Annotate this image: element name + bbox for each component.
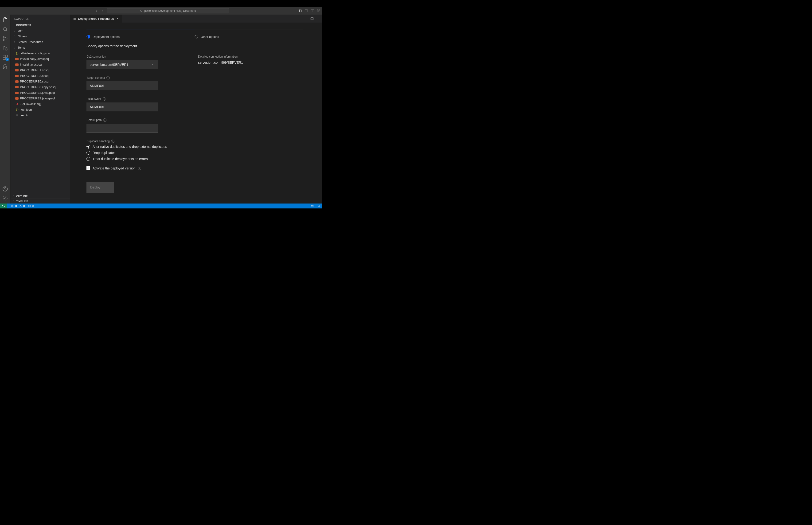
default-path-label: Default pathi [87, 118, 158, 122]
timeline-section[interactable]: TIMELINE [11, 198, 70, 204]
file-item[interactable]: Invalid.javaspsql [11, 62, 70, 68]
file-item[interactable]: PROCEDURE8.javaspsql [11, 90, 70, 96]
svg-rect-10 [3, 19, 6, 22]
svg-point-15 [5, 48, 7, 50]
close-icon[interactable] [116, 17, 119, 20]
radio-alter-native[interactable]: Alter native duplicates and drop externa… [87, 145, 306, 149]
svg-point-11 [3, 27, 6, 31]
file-item[interactable]: PROCEDURE6.spsql [11, 79, 70, 84]
db2-activity-icon[interactable] [2, 63, 9, 70]
nav-forward-icon[interactable] [100, 9, 104, 13]
toggle-primary-sidebar-icon[interactable] [298, 9, 302, 13]
sql-file-icon [15, 92, 18, 94]
info-icon[interactable]: i [103, 118, 106, 122]
step-other-options[interactable]: Other options [195, 32, 303, 39]
connection-detail-value: server.ibm.com:999/SERVER1 [198, 61, 303, 64]
deploy-button[interactable]: Deploy [87, 182, 114, 193]
search-activity-icon[interactable] [2, 26, 9, 32]
file-item[interactable]: { }test.json [11, 107, 70, 112]
connection-detail-label: Detailed connection information [198, 55, 303, 58]
list-icon [73, 17, 76, 20]
file-item[interactable]: PROCEDURE3.spsql [11, 73, 70, 79]
explorer-icon[interactable] [2, 16, 9, 23]
chevron-right-icon [13, 35, 16, 38]
duplicate-handling-label: Duplicate handlingi [87, 139, 306, 143]
split-editor-icon[interactable] [310, 17, 314, 20]
sql-file-icon [15, 63, 18, 66]
step-deployment-options[interactable]: Deployment options [87, 32, 195, 39]
radio-treat-errors[interactable]: Treat duplicate deployments as errors [87, 157, 306, 161]
tab-deploy[interactable]: Deploy Stored Procedures [70, 15, 122, 22]
nav-back-icon[interactable] [95, 9, 98, 13]
json-file-icon: { } [15, 108, 19, 111]
toggle-panel-icon[interactable] [305, 9, 308, 13]
form-subtitle: Specify options for the deployment [87, 44, 306, 48]
duplicate-handling-group: Alter native duplicates and drop externa… [87, 145, 306, 161]
folder-item[interactable]: Others [11, 34, 70, 39]
svg-point-12 [3, 37, 4, 38]
step-line-active [87, 30, 195, 30]
checkbox-checked-icon[interactable]: ✓ [87, 166, 90, 170]
source-control-icon[interactable] [2, 35, 9, 42]
search-icon [140, 10, 143, 12]
target-schema-input[interactable] [87, 81, 158, 90]
db2-connection-select[interactable]: server.ibm.com/SERVER1 [87, 60, 158, 69]
file-item[interactable]: PROCEDURE1.spsql [11, 68, 70, 73]
command-center[interactable]: [Extension Development Host] Document [107, 8, 229, 13]
tabs-row: Deploy Stored Procedures ··· [70, 15, 322, 22]
settings-gear-icon[interactable] [2, 195, 9, 201]
zoom-status-icon[interactable] [311, 205, 314, 208]
radio-unchecked-icon [87, 157, 90, 161]
notifications-icon[interactable] [318, 205, 321, 208]
extensions-icon[interactable]: 1 [2, 54, 9, 61]
info-icon[interactable]: i [111, 139, 114, 143]
broadcast-icon [28, 205, 31, 208]
step-pending-icon [195, 35, 198, 39]
run-debug-icon[interactable] [2, 45, 9, 51]
folder-root[interactable]: DOCUMENT [11, 23, 70, 28]
sql-file-icon [15, 69, 18, 72]
toggle-secondary-sidebar-icon[interactable] [311, 9, 315, 13]
outline-section[interactable]: OUTLINE [11, 194, 70, 198]
build-owner-input[interactable] [87, 103, 158, 111]
ports-status[interactable]: 0 [28, 205, 34, 208]
folder-item[interactable]: com [11, 28, 70, 34]
extensions-badge: 1 [6, 58, 9, 61]
file-item[interactable]: Invalid copy.javaspsql [11, 56, 70, 62]
sql-file-icon [15, 80, 18, 83]
step-current-icon [87, 35, 90, 39]
svg-rect-19 [6, 55, 7, 57]
svg-rect-8 [319, 10, 320, 11]
status-bar: 0 0 0 [0, 204, 322, 208]
radio-unchecked-icon [87, 151, 90, 155]
stepper: Deployment options Other options [87, 30, 303, 39]
default-path-input[interactable] [87, 124, 158, 133]
file-item[interactable]: { }.db2devextconfig.json [11, 50, 70, 56]
macos-titlebar [0, 0, 322, 7]
customize-layout-icon[interactable] [317, 9, 321, 13]
remote-indicator[interactable] [0, 204, 7, 208]
folder-item[interactable]: Temp [11, 45, 70, 50]
problems-status[interactable]: 0 0 [11, 205, 25, 208]
info-icon[interactable]: i [106, 76, 110, 79]
java-file-icon: J [15, 102, 19, 106]
radio-drop-duplicates[interactable]: Drop duplicates [87, 151, 306, 155]
more-actions-icon[interactable]: ··· [317, 17, 321, 20]
explorer-sidebar: EXPLORER ··· DOCUMENT com Others Stored … [11, 15, 70, 204]
svg-point-22 [4, 198, 6, 199]
activate-checkbox-row[interactable]: ✓ Activate the deployed version i [87, 166, 306, 170]
explorer-more-icon[interactable]: ··· [63, 17, 66, 20]
info-icon[interactable]: i [103, 97, 106, 101]
chevron-right-icon [13, 30, 16, 32]
file-item[interactable]: PROCEDURE9.javaspsql [11, 96, 70, 101]
info-icon[interactable]: i [138, 167, 141, 170]
step-line-pending [195, 30, 303, 30]
file-item[interactable]: test.txt [11, 112, 70, 118]
target-schema-label: Target schemai [87, 76, 158, 79]
svg-rect-3 [305, 10, 308, 12]
svg-rect-16 [3, 55, 5, 57]
folder-item[interactable]: Stored Procedures [11, 39, 70, 45]
accounts-icon[interactable] [2, 186, 9, 192]
file-item[interactable]: PROCEDURE8 copy.spsql [11, 84, 70, 90]
file-item[interactable]: JSqljJavaSP.sqlj [11, 101, 70, 107]
